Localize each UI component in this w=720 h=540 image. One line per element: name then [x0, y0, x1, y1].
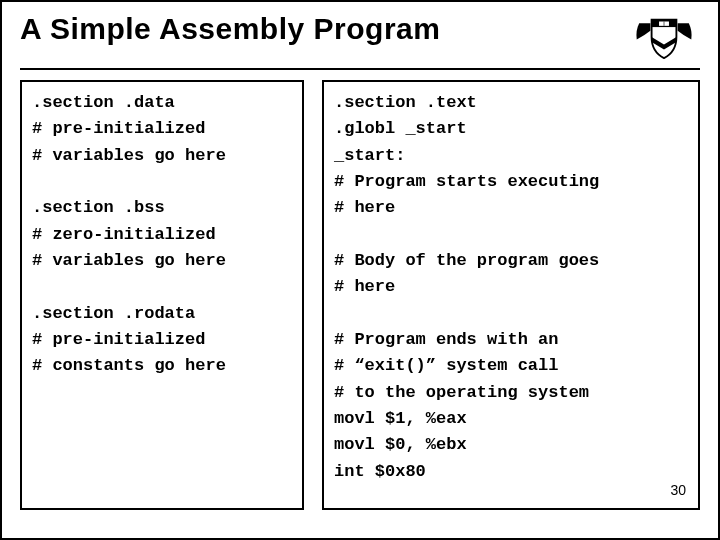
code-columns: .section .data # pre-initialized # varia… — [20, 80, 700, 510]
code-line: # variables go here — [32, 143, 292, 169]
code-line: int $0x80 — [334, 459, 688, 485]
code-line: # pre-initialized — [32, 327, 292, 353]
princeton-shield-icon — [628, 12, 700, 62]
code-line: # “exit()” system call — [334, 353, 688, 379]
code-line: .section .rodata — [32, 301, 292, 327]
code-line: # zero-initialized — [32, 222, 292, 248]
blank-line — [32, 169, 292, 195]
code-line: # Program ends with an — [334, 327, 688, 353]
code-line: # variables go here — [32, 248, 292, 274]
code-line: .section .text — [334, 90, 688, 116]
code-left: .section .data # pre-initialized # varia… — [20, 80, 304, 510]
blank-line — [334, 301, 688, 327]
blank-line — [334, 222, 688, 248]
code-line: movl $0, %ebx — [334, 432, 688, 458]
slide-title: A Simple Assembly Program — [20, 12, 440, 46]
code-line: .globl _start — [334, 116, 688, 142]
page-number: 30 — [670, 480, 686, 502]
code-line: # constants go here — [32, 353, 292, 379]
code-line: .section .bss — [32, 195, 292, 221]
code-line: # Program starts executing — [334, 169, 688, 195]
code-line: .section .data — [32, 90, 292, 116]
code-line: # Body of the program goes — [334, 248, 688, 274]
title-row: A Simple Assembly Program — [20, 12, 700, 70]
slide: A Simple Assembly Program .section .data… — [0, 0, 720, 540]
code-right: .section .text .globl _start _start: # P… — [322, 80, 700, 510]
code-line: movl $1, %eax — [334, 406, 688, 432]
code-line: # to the operating system — [334, 380, 688, 406]
code-line: # here — [334, 195, 688, 221]
code-line: # here — [334, 274, 688, 300]
blank-line — [32, 274, 292, 300]
code-line: _start: — [334, 143, 688, 169]
code-line: # pre-initialized — [32, 116, 292, 142]
